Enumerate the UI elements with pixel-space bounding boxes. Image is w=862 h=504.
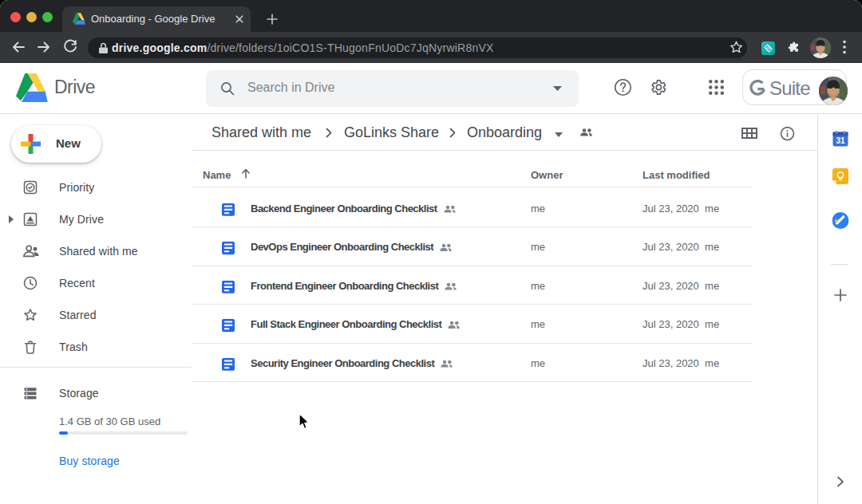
svg-text:31: 31 xyxy=(836,136,845,145)
